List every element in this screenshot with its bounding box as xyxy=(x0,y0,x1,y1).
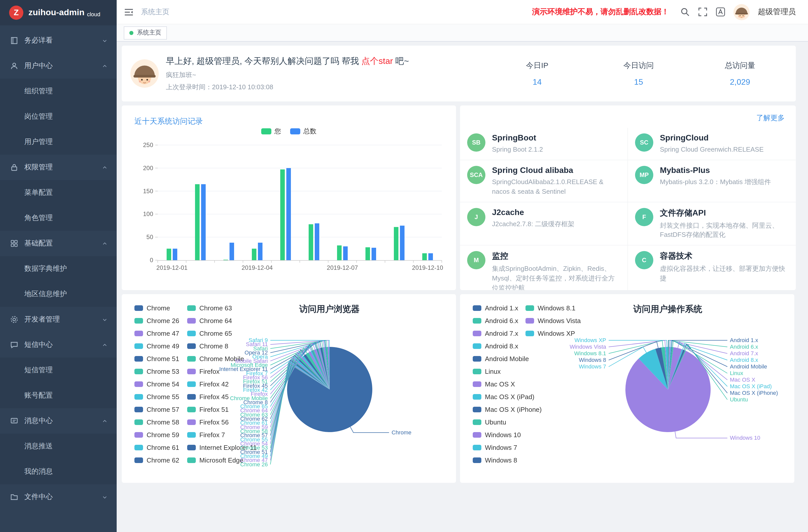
active-tab-dot-icon xyxy=(129,31,133,35)
tab-home[interactable]: 系统主页 xyxy=(124,26,167,39)
tech-item: SB SpringBoot Spring Boot 2.1.2 xyxy=(460,128,628,160)
pie-label: Chrome 26 xyxy=(240,461,268,467)
chevron-up-icon xyxy=(102,63,108,69)
visits-chart-title: 近十天系统访问记录 xyxy=(134,117,203,126)
sidebar-item[interactable]: 短信中心 xyxy=(0,332,117,357)
tech-desc: 集成SpringBootAdmin、Zipkin、Redis、Mysql、定时任… xyxy=(492,264,619,290)
star-link[interactable]: 点个star xyxy=(362,56,393,66)
sidebar-item[interactable]: 权限管理 xyxy=(0,155,117,180)
tech-initials-badge: MP xyxy=(635,166,653,184)
sidebar-item[interactable]: 用户中心 xyxy=(0,53,117,79)
pie-label-line xyxy=(669,340,727,347)
welcome-text: 早上好, 超级管理员, 今天帮别人解决问题了吗 帮我 点个star 吧~ 疯狂加… xyxy=(166,55,409,92)
sidebar-subitem[interactable]: 消息推送 xyxy=(0,434,117,459)
username[interactable]: 超级管理员 xyxy=(758,7,796,17)
last-login-label: 上次登录时间： xyxy=(166,83,212,91)
sidebar-subitem[interactable]: 我的消息 xyxy=(0,459,117,484)
sidebar-subitem[interactable]: 账号配置 xyxy=(0,383,117,408)
bar-you[interactable] xyxy=(280,169,285,260)
tech-initials-badge: SCA xyxy=(467,166,485,184)
pie-label: Android 8.x xyxy=(730,357,758,363)
bar-total[interactable] xyxy=(201,184,206,260)
bar-total[interactable] xyxy=(315,223,319,260)
stat-label: 今日IP xyxy=(486,61,588,70)
search-icon[interactable] xyxy=(680,7,690,17)
bar-total[interactable] xyxy=(400,226,404,260)
sidebar-subitem[interactable]: 岗位管理 xyxy=(0,104,117,129)
chevron-up-icon xyxy=(102,241,108,246)
bar-total[interactable] xyxy=(371,248,376,260)
tech-desc: Spring Boot 2.1.2 xyxy=(492,145,543,155)
tech-initials-badge: J xyxy=(467,208,485,226)
breadcrumb: 系统主页 xyxy=(141,7,169,17)
stats: 今日IP 14 今日访问 15 总访问量 2,029 xyxy=(486,61,791,87)
sidebar-subitem[interactable]: 用户管理 xyxy=(0,129,117,155)
bar-you[interactable] xyxy=(195,184,200,260)
legend-item[interactable]: 总数 xyxy=(290,127,316,136)
tech-title: SpringBoot xyxy=(492,133,543,143)
bar-total[interactable] xyxy=(173,249,177,260)
main-area: 系统主页 演示环境维护不易，请勿乱删乱改数据！ 超级管理员 系统主页 xyxy=(117,0,808,532)
pie-label: Windows 7 xyxy=(579,363,606,370)
content: 早上好, 超级管理员, 今天帮别人解决问题了吗 帮我 点个star 吧~ 疯狂加… xyxy=(117,41,808,532)
sidebar-item-label: 权限管理 xyxy=(24,163,102,172)
font-size-icon[interactable] xyxy=(716,7,725,17)
tech-initials-badge: SC xyxy=(635,133,653,152)
legend-label: 您 xyxy=(274,127,281,136)
tech-grid: SB SpringBoot Spring Boot 2.1.2 SC Sprin… xyxy=(460,128,796,290)
sidebar-item[interactable]: 务必详看 xyxy=(0,28,117,53)
menu-toggle-icon[interactable] xyxy=(124,7,134,17)
greeting-prefix: 早上好, 超级管理员, 今天帮别人解决问题了吗 帮我 xyxy=(166,56,362,66)
sidebar-subitem[interactable]: 数据字典维护 xyxy=(0,256,117,281)
pie-label: Mac OS X (iPhone) xyxy=(730,390,778,396)
stat-label: 总访问量 xyxy=(689,61,791,70)
tech-title: Spring Cloud alibaba xyxy=(492,166,619,175)
sidebar-subitem[interactable]: 短信管理 xyxy=(0,357,117,383)
os-chart-title: 访问用户操作系统 xyxy=(541,303,794,315)
tech-texts: Mybatis-Plus Mybatis-plus 3.2.0：Mybatis … xyxy=(660,166,771,187)
bar-total[interactable] xyxy=(343,246,348,260)
header: 系统主页 演示环境维护不易，请勿乱删乱改数据！ 超级管理员 xyxy=(117,0,808,24)
bar-you[interactable] xyxy=(422,253,427,260)
bar-you[interactable] xyxy=(309,224,313,260)
bar-you[interactable] xyxy=(394,227,399,260)
learn-more-link[interactable]: 了解更多 xyxy=(756,114,785,123)
tech-desc: 虚拟化容器技术，让迁移、部署更加方便快捷 xyxy=(660,264,788,283)
bar-total[interactable] xyxy=(258,243,262,260)
bar-you[interactable] xyxy=(223,260,228,260)
sidebar-subitem[interactable]: 组织管理 xyxy=(0,79,117,104)
tech-title: J2cache xyxy=(492,208,574,217)
bar-total[interactable] xyxy=(229,243,234,260)
bar-you[interactable] xyxy=(167,249,171,260)
sidebar-item[interactable]: 消息中心 xyxy=(0,408,117,434)
x-tick-label: 2019-12-07 xyxy=(327,264,358,271)
bar-you[interactable] xyxy=(365,247,370,260)
pie-label: Android 1.x xyxy=(730,337,758,343)
y-tick-label: 200 xyxy=(143,165,153,171)
app-logo[interactable]: Z zuihou-admin cloud xyxy=(0,0,117,25)
bar-you[interactable] xyxy=(337,245,342,260)
tech-title: 容器技术 xyxy=(660,251,788,262)
sidebar-subitem[interactable]: 角色管理 xyxy=(0,205,117,231)
sidebar-item[interactable]: 开发者管理 xyxy=(0,307,117,332)
bar-total[interactable] xyxy=(286,168,291,260)
avatar[interactable] xyxy=(733,4,750,20)
charts-row: 0501001502002502019-12-012019-12-042019-… xyxy=(122,106,796,290)
greeting-suffix: 吧~ xyxy=(393,56,409,66)
sidebar-item[interactable]: 文件中心 xyxy=(0,484,117,510)
sidebar-item[interactable]: 基础配置 xyxy=(0,231,117,256)
sidebar-subitem[interactable]: 地区信息维护 xyxy=(0,281,117,307)
visits-chart-legend: 您 总数 xyxy=(122,127,456,136)
fullscreen-icon[interactable] xyxy=(698,7,708,17)
y-tick-label: 0 xyxy=(150,257,153,263)
legend-item[interactable]: 您 xyxy=(261,127,281,136)
pie-label-line xyxy=(675,432,727,438)
sidebar-item-label: 消息中心 xyxy=(24,416,102,425)
os-pie-card: Android 1.x Android 6.x Android 7.x Andr… xyxy=(460,294,794,483)
tech-desc: Spring Cloud Greenwich.RELEASE xyxy=(660,145,764,155)
bar-you[interactable] xyxy=(252,249,256,260)
tech-initials-badge: C xyxy=(635,251,653,269)
legend-label: 总数 xyxy=(303,127,316,136)
bar-total[interactable] xyxy=(428,253,433,260)
sidebar-subitem[interactable]: 菜单配置 xyxy=(0,180,117,205)
